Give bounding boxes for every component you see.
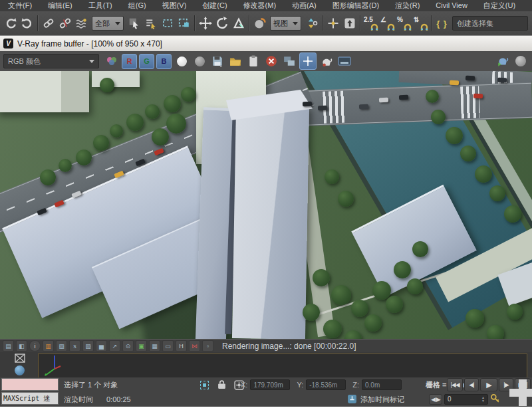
z-coord-label: Z:: [352, 381, 359, 389]
blue-channel-button[interactable]: B: [156, 54, 172, 69]
save-image-icon[interactable]: [209, 53, 225, 69]
menu-views[interactable]: 视图(V): [154, 0, 195, 11]
green-channel-button[interactable]: G: [139, 54, 154, 69]
rectangular-selection-region-icon[interactable]: [159, 15, 176, 32]
rendered-image[interactable]: [0, 71, 532, 339]
menu-animation[interactable]: 动画(A): [284, 0, 325, 11]
active-viewport[interactable]: [38, 354, 527, 377]
menu-file[interactable]: 文件(F): [0, 0, 40, 11]
curve-editor-icon[interactable]: ↗: [109, 340, 120, 352]
menu-customize[interactable]: 自定义(U): [475, 0, 523, 11]
monitor-icon[interactable]: ▭: [162, 340, 174, 352]
percent-snap-toggle-icon[interactable]: %: [396, 15, 412, 32]
render-last-icon[interactable]: [495, 53, 511, 69]
undo-icon[interactable]: [2, 15, 19, 32]
menu-group[interactable]: 组(G): [120, 0, 154, 11]
viewport-layout-tabs-icon[interactable]: [15, 354, 25, 365]
stamp-icon[interactable]: [336, 53, 352, 69]
z-coord-field[interactable]: 0.0m: [362, 379, 402, 390]
pixel-info-icon[interactable]: i: [29, 340, 41, 352]
region-render-toggle-icon[interactable]: ▫: [202, 340, 213, 352]
car-dark: [303, 102, 312, 106]
steering-wheels-icon[interactable]: [15, 365, 25, 378]
window-crossing-toggle-icon[interactable]: [176, 15, 192, 32]
render-sphere-icon[interactable]: [513, 53, 529, 69]
rgb-channels-icon[interactable]: [104, 53, 120, 69]
color-corrections-icon[interactable]: ▥: [43, 340, 54, 352]
car-dark: [318, 106, 327, 110]
redo-icon[interactable]: [19, 15, 35, 32]
vfb-toolbar: RGB 颜色 R G B: [0, 51, 532, 71]
srgb-icon[interactable]: s: [69, 340, 80, 352]
go-to-start-button[interactable]: |◀◀: [447, 378, 463, 391]
monochromatic-mode-icon[interactable]: [174, 53, 190, 69]
tower-main-slab: [232, 105, 309, 339]
key-mode-toggle-button[interactable]: ◀ ▶: [429, 394, 442, 405]
selection-lock-toggle-icon[interactable]: [215, 379, 227, 391]
frame-spinner-down-icon[interactable]: ▼: [481, 399, 485, 403]
menu-tools[interactable]: 工具(T): [80, 0, 120, 11]
key-filters-icon[interactable]: [490, 393, 500, 405]
select-and-move-icon[interactable]: [197, 15, 213, 32]
menu-modifiers[interactable]: 修改器(M): [235, 0, 285, 11]
tree: [152, 128, 169, 146]
tree: [475, 165, 492, 183]
snaps-toggle-25-icon[interactable]: 2.5: [362, 15, 379, 32]
levels-icon[interactable]: ▅: [96, 340, 107, 352]
unlink-selection-icon[interactable]: [57, 15, 73, 32]
menu-graph-editors[interactable]: 图形编辑器(D): [325, 0, 387, 11]
x-coord-value: 179.709m: [253, 381, 283, 389]
history-icon[interactable]: H: [176, 340, 187, 352]
select-by-name-icon[interactable]: [142, 15, 159, 32]
current-frame-value: 0: [448, 395, 452, 403]
named-selection-sets-field[interactable]: 创建选择集: [452, 16, 528, 31]
y-coord-field[interactable]: -18.536m: [306, 379, 346, 390]
force-color-clamping-icon[interactable]: ◧: [16, 340, 27, 352]
background-image-icon[interactable]: ▣: [136, 340, 147, 352]
select-and-rotate-icon[interactable]: [213, 15, 230, 32]
duplicate-to-host-frame-buffer-icon[interactable]: [281, 53, 297, 69]
copy-to-clipboard-icon[interactable]: [245, 53, 261, 69]
edit-named-selection-sets-icon[interactable]: { }: [434, 15, 450, 32]
select-and-scale-icon[interactable]: [230, 15, 247, 32]
ocio-icon[interactable]: ▧: [82, 340, 94, 352]
render-time-icon[interactable]: ⊙: [122, 340, 134, 352]
isolate-selection-toggle-icon[interactable]: [198, 379, 210, 391]
tree: [40, 169, 56, 185]
use-pivot-point-center-icon[interactable]: [303, 15, 320, 32]
menu-create[interactable]: 创建(C): [194, 0, 235, 11]
select-and-place-icon[interactable]: [251, 15, 268, 32]
load-image-icon[interactable]: [227, 53, 243, 69]
compare-ab-icon[interactable]: ⋈: [189, 340, 200, 352]
x-coord-field[interactable]: 179.709m: [250, 379, 290, 390]
selection-filter-dropdown[interactable]: 全部: [92, 16, 124, 31]
current-frame-field[interactable]: 0 ▲ ▼: [444, 394, 488, 405]
viewport-navigation-icon[interactable]: [509, 379, 532, 406]
red-channel-button[interactable]: R: [122, 54, 137, 69]
add-time-tag-button[interactable]: 添加时间标记: [360, 395, 404, 405]
alpha-channel-icon[interactable]: [192, 53, 207, 69]
icc-profile-icon[interactable]: ▨: [56, 340, 67, 352]
previous-frame-button[interactable]: ◀|: [464, 378, 479, 391]
menu-edit[interactable]: 编辑(E): [40, 0, 80, 11]
menu-civil-view[interactable]: Civil View: [428, 1, 475, 11]
vfb-title-bar[interactable]: V V-Ray frame buffer - [100% of 950 x 47…: [0, 35, 532, 51]
angle-snap-toggle-icon[interactable]: ∠: [379, 15, 396, 32]
show-corrections-icon[interactable]: ▤: [3, 340, 14, 352]
keyboard-shortcut-override-icon[interactable]: [341, 15, 358, 32]
select-and-manipulate-icon[interactable]: [325, 15, 341, 32]
tree: [331, 285, 351, 305]
select-and-link-icon[interactable]: [40, 15, 57, 32]
bind-to-space-warp-icon[interactable]: [73, 15, 90, 32]
spinner-snap-toggle-icon[interactable]: ⇅: [412, 15, 429, 32]
region-render-icon[interactable]: [319, 53, 334, 69]
lut-icon[interactable]: ▦: [149, 340, 160, 352]
play-button[interactable]: ▶: [480, 378, 497, 391]
track-mouse-while-rendering-icon[interactable]: [299, 52, 317, 70]
clear-image-icon[interactable]: [263, 53, 279, 69]
toolbar-separator: [37, 15, 38, 31]
vfb-channel-dropdown[interactable]: RGB 颜色: [3, 54, 99, 68]
menu-rendering[interactable]: 渲染(R): [387, 0, 428, 11]
reference-coordinate-system-dropdown[interactable]: 视图: [270, 16, 301, 31]
select-object-icon[interactable]: [126, 15, 142, 32]
